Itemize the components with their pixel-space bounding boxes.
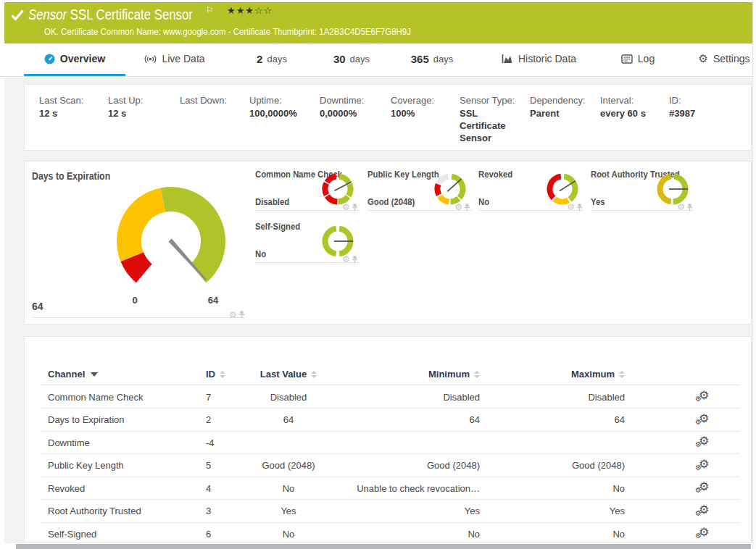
table-row[interactable]: Downtime-4⚙⚙ (40, 432, 740, 455)
log-icon (621, 54, 633, 64)
big-gauge-value: 64 (32, 301, 43, 312)
tab-live-data-label: Live Data (162, 53, 204, 64)
gauge-cell-root-authority-trusted: Root Authority Trusted Yes ⚙ (591, 166, 694, 211)
pin-icon[interactable] (686, 204, 693, 211)
table-header-row: Channel ID Last Value Minimum Maximum (40, 363, 740, 385)
cell-id: 3 (206, 500, 211, 522)
cell-minimum: Yes (315, 500, 480, 522)
tab-365-days[interactable]: 365days (403, 43, 461, 74)
channel-settings-icon[interactable]: ⚙⚙ (695, 458, 711, 474)
tab-365-days-label: days (433, 54, 453, 64)
channel-settings-icon[interactable]: ⚙⚙ (695, 389, 711, 405)
gauge-cell-public-key-length: Public Key Length Good (2048) ⚙ (367, 166, 472, 211)
gauge-title: Self-Signed (255, 221, 300, 232)
gear-icon: ⚙ (698, 52, 707, 65)
gauge-actions: ⚙ (567, 202, 583, 212)
gauge-actions: ⚙ (342, 202, 358, 212)
gauge-actions: ⚙ (677, 202, 693, 212)
divider (32, 317, 244, 318)
table-row[interactable]: Days to Expiration2646464⚙⚙ (40, 408, 740, 432)
days-to-expiration-gauge (113, 183, 229, 299)
pin-icon[interactable] (352, 256, 358, 264)
channel-settings-icon[interactable]: ⚙⚙ (695, 412, 711, 428)
cell-minimum: Good (2048) (315, 454, 480, 477)
gauge-title: Public Key Length (367, 169, 439, 180)
cell-id: 2 (206, 408, 211, 431)
status-message: OK. Certificate Common Name: www.google.… (44, 26, 411, 37)
flag-icon[interactable]: ⚐ (206, 5, 214, 15)
cell-channel: Root Authority Trusted (48, 500, 141, 522)
gear-icon[interactable]: ⚙ (342, 202, 350, 212)
gauge (656, 172, 689, 206)
col-header-maximum[interactable]: Maximum (504, 363, 625, 385)
tab-overview[interactable]: Overview (24, 43, 125, 74)
sensor-kind-label: Sensor (28, 7, 67, 22)
info-sensor-type: Sensor Type:SSL Certificate Sensor (460, 94, 530, 150)
table-row[interactable]: Self-Signed6NoNoNo⚙⚙ (40, 523, 740, 546)
gauge-value: No (478, 196, 489, 207)
tab-2-days-number: 2 (257, 53, 262, 65)
horizontal-scrollbar-thumb[interactable] (16, 544, 751, 549)
cell-maximum (504, 432, 625, 454)
cell-id: 7 (206, 386, 211, 408)
col-header-id[interactable]: ID (206, 363, 225, 385)
cell-actions: ⚙⚙ (689, 408, 718, 431)
horizontal-scrollbar[interactable] (0, 543, 752, 549)
gear-icon[interactable]: ⚙ (567, 202, 575, 212)
tab-30-days-label: days (350, 54, 370, 64)
info-last-down: Last Down: (180, 94, 249, 150)
tab-log-label: Log (638, 53, 655, 64)
tab-historic-data[interactable]: Historic Data (497, 43, 581, 74)
priority-stars[interactable]: ★★★☆☆ (227, 5, 273, 16)
tab-365-days-number: 365 (411, 53, 429, 65)
cell-channel: Downtime (48, 432, 90, 454)
col-header-channel[interactable]: Channel (48, 363, 98, 385)
big-gauge-max-label: 64 (208, 295, 218, 306)
channel-settings-icon[interactable]: ⚙⚙ (695, 480, 711, 496)
sensor-name: SSL Certificate Sensor (70, 7, 193, 22)
cell-actions: ⚙⚙ (689, 386, 718, 408)
tab-live-data[interactable]: Live Data (142, 43, 207, 74)
table-row[interactable]: Revoked4NoUnable to check revocation…No⚙… (40, 477, 740, 500)
cell-channel: Public Key Length (48, 454, 124, 477)
gauge (433, 172, 467, 206)
gauge-cell-self-signed: Self-Signed No ⚙ (255, 218, 360, 263)
channels-table-panel: Channel ID Last Value Minimum Maximum Co… (24, 336, 752, 543)
tab-30-days[interactable]: 30days (326, 43, 377, 74)
channel-settings-icon[interactable]: ⚙⚙ (695, 435, 711, 450)
channel-settings-icon[interactable]: ⚙⚙ (695, 503, 711, 519)
gauges-panel: Days to Expiration 0 64 64 ⚙ Common Name… (24, 161, 752, 324)
cell-actions: ⚙⚙ (689, 477, 718, 500)
tab-log[interactable]: Log (617, 43, 659, 74)
tab-settings[interactable]: ⚙ Settings (696, 43, 752, 74)
cell-minimum (315, 432, 480, 454)
cell-id: 4 (206, 477, 211, 500)
gauge-title: Revoked (478, 169, 512, 180)
vertical-scrollbar[interactable] (752, 0, 756, 549)
pin-icon[interactable] (352, 204, 358, 211)
big-gauge-min-label: 0 (132, 295, 137, 306)
cell-id: 6 (206, 523, 211, 545)
cell-maximum: Yes (504, 500, 625, 522)
gear-icon[interactable]: ⚙ (229, 310, 237, 320)
cell-maximum: No (504, 523, 625, 545)
gauge-value: Good (2048) (367, 196, 415, 207)
col-header-minimum[interactable]: Minimum (315, 363, 480, 385)
gear-icon[interactable]: ⚙ (677, 202, 685, 212)
table-row[interactable]: Public Key Length5Good (2048)Good (2048)… (40, 454, 740, 477)
gauge-value: Yes (591, 196, 605, 207)
gear-icon[interactable]: ⚙ (342, 254, 350, 264)
tab-2-days[interactable]: 2days (246, 43, 297, 74)
pin-icon[interactable] (464, 204, 470, 211)
pin-icon[interactable] (576, 204, 583, 211)
info-uptime: Uptime:100,0000% (249, 94, 320, 150)
cell-maximum: 64 (504, 408, 625, 431)
table-row[interactable]: Common Name Check7DisabledDisabledDisabl… (40, 386, 740, 409)
table-row[interactable]: Root Authority Trusted3YesYesYes⚙⚙ (40, 500, 740, 523)
gauge (321, 172, 354, 206)
cell-minimum: No (315, 523, 480, 545)
big-gauge-title: Days to Expiration (32, 170, 110, 182)
channel-settings-icon[interactable]: ⚙⚙ (695, 526, 711, 542)
gauge-icon (44, 54, 55, 64)
gear-icon[interactable]: ⚙ (454, 202, 462, 212)
